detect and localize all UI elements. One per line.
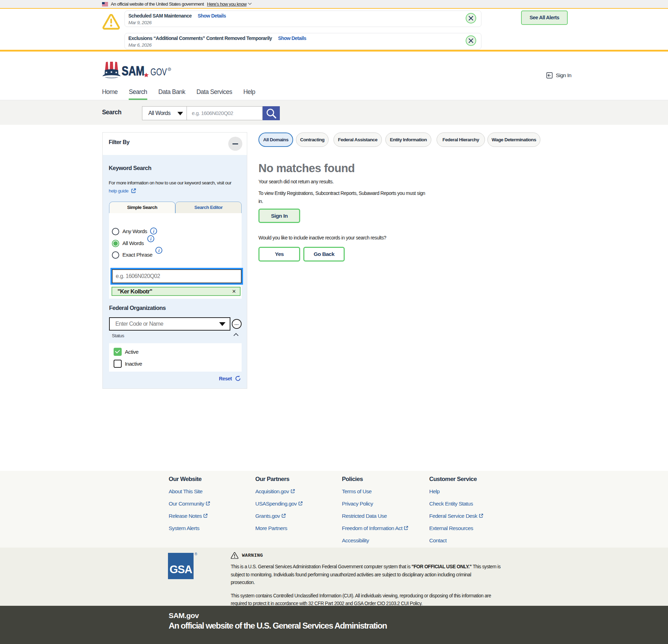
svg-text:R: R xyxy=(169,68,170,70)
svg-text:SAM: SAM xyxy=(122,63,144,78)
svg-text:GOV: GOV xyxy=(150,66,167,77)
